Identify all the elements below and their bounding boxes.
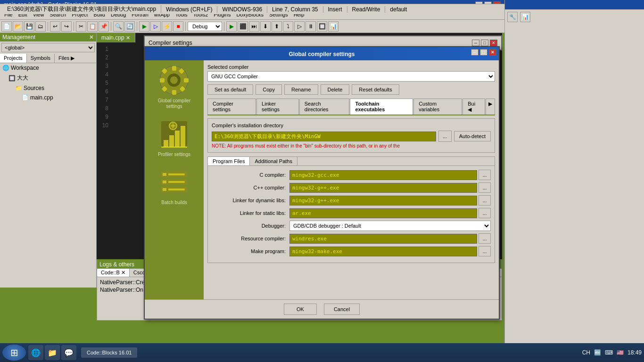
- tab-compiler-settings[interactable]: Compiler settings: [207, 99, 256, 115]
- global-select[interactable]: <global>: [1, 43, 95, 52]
- toolbar-debug-stop[interactable]: ⬛: [238, 21, 248, 32]
- panel-close-icon[interactable]: ✕: [89, 34, 94, 41]
- svg-rect-3: [160, 78, 165, 82]
- toolbar-debug-run-to[interactable]: ⤵: [283, 21, 293, 32]
- copy-button[interactable]: Copy: [256, 84, 282, 95]
- tab-program-files[interactable]: Program Files: [208, 157, 250, 165]
- install-dir-input[interactable]: [212, 132, 436, 141]
- sidebar-global-compiler-label: Global compilersettings: [158, 98, 190, 109]
- auto-detect-btn[interactable]: Auto-detect: [454, 131, 491, 141]
- dialog-title-text: Global compiler settings: [289, 51, 355, 58]
- set-as-default-button[interactable]: Set as default: [207, 84, 253, 95]
- tree-main-cpp[interactable]: 📄main.cpp: [0, 93, 96, 102]
- svg-rect-15: [181, 126, 185, 147]
- toolbar-debug-next2[interactable]: ▷: [294, 21, 305, 32]
- toolbar-new[interactable]: 📄: [1, 21, 12, 32]
- install-dir-browse-btn[interactable]: ...: [438, 131, 452, 142]
- cpp-compiler-browse[interactable]: ...: [479, 182, 491, 193]
- toolbar-debug-next[interactable]: ⏭: [249, 21, 259, 32]
- toolbar-paste[interactable]: 📌: [99, 21, 109, 32]
- delete-button[interactable]: Delete: [321, 84, 350, 95]
- sidebar-item-global-compiler[interactable]: Global compilersettings: [158, 65, 190, 109]
- taskbar-icon-explorer[interactable]: 📁: [45, 345, 60, 360]
- resource-compiler-browse[interactable]: ...: [479, 233, 491, 244]
- log-tab-codeblocks[interactable]: Code::B ✕: [97, 269, 130, 277]
- toolbar-btn-undo[interactable]: ↩: [50, 21, 60, 32]
- reset-defaults-button[interactable]: Reset defaults: [352, 84, 399, 95]
- tab-symbols[interactable]: Symbols: [27, 54, 55, 63]
- toolbar-debug-pause[interactable]: ⏸: [305, 21, 316, 32]
- sidebar-item-profiler[interactable]: Profiler settings: [158, 119, 190, 157]
- linker-dynamic-input[interactable]: [289, 196, 477, 206]
- start-button[interactable]: ⊞: [2, 345, 26, 361]
- tab-toolchain-executables[interactable]: Toolchain executables: [350, 99, 413, 115]
- toolbar-debug-start[interactable]: ▶: [226, 21, 237, 32]
- linker-dynamic-row: Linker for dynamic libs: ...: [212, 195, 491, 206]
- toolbar-save-all[interactable]: 🗂: [35, 21, 46, 32]
- toolbar-cut[interactable]: ✂: [76, 21, 86, 32]
- make-program-input[interactable]: [289, 247, 477, 256]
- toolbar-debug-mem[interactable]: 📊: [328, 21, 339, 32]
- cs-close[interactable]: ✕: [490, 40, 497, 46]
- dialog-maximize-btn[interactable]: □: [480, 49, 487, 56]
- batch-icon: [159, 167, 190, 197]
- toolbar-debug-out[interactable]: ⬆: [272, 21, 282, 32]
- taskbar-icon-messenger[interactable]: 💬: [61, 345, 76, 360]
- linker-dynamic-browse[interactable]: ...: [479, 195, 491, 206]
- tab-custom-variables[interactable]: Custom variables: [413, 99, 462, 115]
- linker-dynamic-label: Linker for dynamic libs:: [212, 197, 289, 203]
- toolbar-replace[interactable]: 🔄: [124, 21, 135, 32]
- resource-compiler-row: Resource compiler: ...: [212, 233, 491, 244]
- tab-bui[interactable]: Bui ◀: [462, 99, 485, 115]
- make-program-browse[interactable]: ...: [479, 246, 491, 256]
- toolbar-sep6: [224, 22, 224, 31]
- sidebar-profiler-label: Profiler settings: [158, 152, 190, 157]
- cs-maximize[interactable]: □: [481, 40, 488, 46]
- tab-search-directories[interactable]: Search directories: [299, 99, 350, 115]
- toolbar-run[interactable]: ▷: [150, 21, 161, 32]
- tree-project[interactable]: 🔲大大: [0, 73, 96, 83]
- toolbar-open[interactable]: 📂: [13, 21, 23, 32]
- selected-compiler-section: Selected compiler GNU GCC Compiler: [207, 64, 495, 82]
- debug-mode-select[interactable]: Debug Release: [188, 22, 222, 31]
- tab-more[interactable]: ▶: [486, 99, 495, 115]
- toolbar-search[interactable]: 🔍: [113, 21, 124, 32]
- right-icon-2[interactable]: 📊: [520, 12, 530, 22]
- cancel-button[interactable]: Cancel: [324, 304, 360, 315]
- tab-projects[interactable]: Projects: [0, 54, 27, 63]
- c-compiler-input[interactable]: [289, 170, 477, 180]
- debugger-select[interactable]: GDB/CDB debugger : Default: [289, 221, 491, 231]
- tab-additional-paths[interactable]: Additional Paths: [250, 157, 297, 165]
- sidebar-item-batch[interactable]: Batch builds: [159, 167, 190, 206]
- cpp-compiler-label: C++ compiler:: [212, 185, 289, 190]
- dialog-close-btn[interactable]: ✕: [489, 49, 496, 56]
- taskbar-icon-browser[interactable]: 🌐: [28, 345, 43, 360]
- right-icon-1[interactable]: 🔧: [507, 12, 518, 22]
- status-style: default: [385, 6, 412, 13]
- taskbar-tab-codeblocks[interactable]: Code::Blocks 16.01: [81, 347, 137, 358]
- cs-minimize[interactable]: ─: [472, 40, 479, 46]
- dialog-minimize-btn[interactable]: ─: [471, 49, 479, 56]
- toolbar-build[interactable]: ▶: [139, 21, 149, 32]
- tree-workspace[interactable]: 🌐Workspace: [0, 63, 96, 73]
- compiler-select[interactable]: GNU GCC Compiler: [207, 71, 495, 82]
- taskbar-time: 18:49: [627, 349, 642, 356]
- ok-button[interactable]: OK: [284, 304, 317, 315]
- toolbar-debug-step[interactable]: ⬇: [260, 21, 271, 32]
- cpp-compiler-input[interactable]: [289, 183, 477, 193]
- code-tab[interactable]: main.cpp ✕: [97, 33, 135, 42]
- toolbar-build-run[interactable]: ⚡: [162, 21, 172, 32]
- tree-sources[interactable]: 📁Sources: [0, 83, 96, 93]
- toolbar-btn-redo[interactable]: ↪: [61, 21, 72, 32]
- toolbar-save[interactable]: 💾: [24, 21, 34, 32]
- c-compiler-browse[interactable]: ...: [479, 170, 491, 180]
- toolbar-stop[interactable]: ■: [173, 21, 183, 32]
- toolbar-copy[interactable]: 📋: [87, 21, 98, 32]
- rename-button[interactable]: Rename: [284, 84, 318, 95]
- resource-compiler-input[interactable]: [289, 234, 477, 244]
- linker-static-browse[interactable]: ...: [479, 208, 491, 218]
- toolbar-debug-stop2[interactable]: 🔲: [317, 21, 327, 32]
- tab-linker-settings[interactable]: Linker settings: [256, 99, 299, 115]
- tab-files[interactable]: Files ▶: [55, 54, 78, 63]
- linker-static-input[interactable]: [289, 208, 477, 218]
